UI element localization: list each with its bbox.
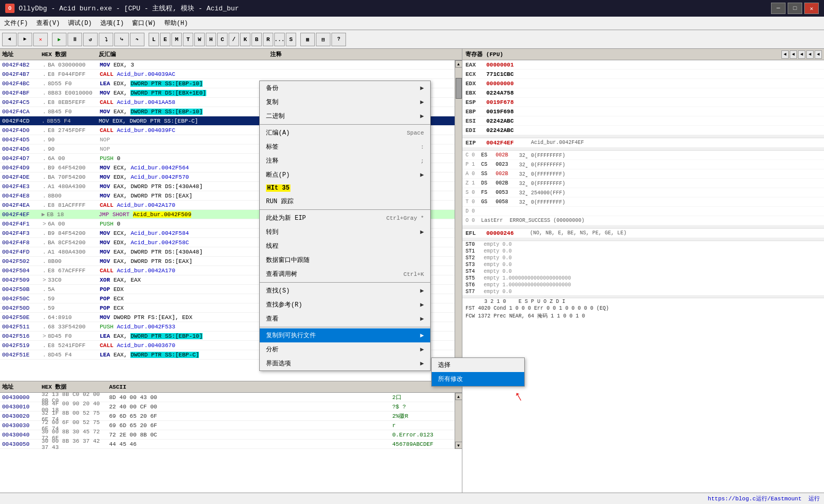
reg-eip-row[interactable]: EIP 0042F4EF Acid_bur.0042F4EF bbox=[462, 138, 824, 148]
status-bar: https://blog.c运行/Eastmount 运行 bbox=[0, 493, 824, 504]
reg-esp-row[interactable]: ESP 0019F678 bbox=[462, 98, 824, 107]
reg-nav-left4[interactable]: ◄ bbox=[806, 50, 814, 59]
reg-seg-s: S 0 FS 0053 32˷ 254000(FFF) bbox=[462, 188, 824, 197]
disasm-row[interactable]: 0042F4B2 . BA 03000000 MOV EDX, 3 bbox=[0, 60, 455, 70]
tb-W[interactable]: W bbox=[194, 33, 205, 46]
tb-dots[interactable]: ... bbox=[274, 33, 285, 46]
reg-ecx-row[interactable]: ECX 771C1CBC bbox=[462, 70, 824, 79]
ctx-copy[interactable]: 复制▶ bbox=[260, 95, 430, 109]
dump-scroll-up[interactable]: ▲ bbox=[455, 393, 462, 400]
tb-restart[interactable]: ↺ bbox=[83, 33, 98, 46]
dump-area: 地址 HEX 数据 ASCII 00430000 32 13 8B C0 02 … bbox=[0, 381, 462, 504]
ctx-run-trace[interactable]: RUN 跟踪 bbox=[260, 194, 430, 208]
status-text: https://blog.c运行/Eastmount bbox=[708, 495, 801, 502]
ctx-binary[interactable]: 二进制▶ bbox=[260, 109, 430, 123]
ctx-sep2 bbox=[260, 209, 430, 210]
ctx-comment[interactable]: 注释; bbox=[260, 154, 430, 168]
reg-eax-row[interactable]: EAX 00000001 bbox=[462, 60, 824, 70]
ctx-call-tree[interactable]: 查看调用树Ctrl+K bbox=[260, 267, 430, 281]
dump-row[interactable]: 00430050 30 00 8B 36 37 42 37 43 44 45 4… bbox=[0, 440, 455, 449]
tb-back[interactable]: ◄ bbox=[2, 33, 17, 46]
ctx-view[interactable]: 查看▶ bbox=[260, 312, 430, 326]
tb-grid2[interactable]: ▤ bbox=[316, 33, 330, 46]
tb-pause[interactable]: ⏸ bbox=[68, 33, 82, 46]
ctx-follow-data[interactable]: 数据窗口中跟随 bbox=[260, 253, 430, 267]
tb-stop[interactable]: ✕ bbox=[33, 33, 48, 46]
reg-ebp-row[interactable]: EBP 0019F698 bbox=[462, 107, 824, 116]
dump-scrollbar[interactable]: ▲ ▼ bbox=[455, 393, 462, 449]
ctx-ui-options[interactable]: 界面选项▶ bbox=[260, 356, 430, 370]
fcw-row: FCW 1372 Prec NEAR, 64 掩码 1 1 0 0 1 0 bbox=[462, 312, 824, 320]
tb-grid[interactable]: ▦ bbox=[300, 33, 315, 46]
ctx-new-eip[interactable]: 此处为新 EIPCtrl+Gray * bbox=[260, 211, 430, 225]
tb-step2[interactable]: ⤷ bbox=[114, 33, 129, 46]
reg-nav-left5[interactable]: ◄ bbox=[815, 50, 822, 59]
ctx-sep3 bbox=[260, 282, 430, 283]
menu-window[interactable]: 窗口(W) bbox=[128, 17, 160, 29]
menu-debug[interactable]: 调试(D) bbox=[64, 17, 96, 29]
tb-step3[interactable]: ↷ bbox=[130, 33, 144, 46]
ctx-goto[interactable]: 转到▶ bbox=[260, 225, 430, 239]
tb-E[interactable]: E bbox=[160, 33, 170, 46]
sub-select[interactable]: 选择 bbox=[432, 358, 524, 372]
ctx-hit-trace[interactable]: HIt 35 bbox=[260, 182, 430, 194]
col-header-disasm: 反汇编 bbox=[99, 50, 270, 58]
toolbar: ◄ ► ✕ ▶ ⏸ ↺ ⤵ ⤷ ↷ L E M T W H C / K B R … bbox=[0, 30, 824, 49]
reg-nav-left1[interactable]: ◄ bbox=[781, 50, 789, 59]
ctx-copy-to-exe[interactable]: 复制到可执行文件▶ bbox=[260, 328, 430, 342]
col-header-comment: 注释 bbox=[270, 50, 462, 58]
ctx-search[interactable]: 查找(S)▶ bbox=[260, 284, 430, 298]
tb-H[interactable]: H bbox=[206, 33, 216, 46]
tb-C[interactable]: C bbox=[217, 33, 228, 46]
scroll-thumb[interactable] bbox=[456, 78, 462, 99]
reg-seg-z: Z 1 DS 002B 32˷ 0(FFFFFFFF) bbox=[462, 179, 824, 188]
tb-T[interactable]: T bbox=[183, 33, 193, 46]
menu-file[interactable]: 文件(F) bbox=[0, 17, 32, 29]
tb-run[interactable]: ▶ bbox=[52, 33, 67, 46]
reg-nav-left2[interactable]: ◄ bbox=[790, 50, 797, 59]
tb-step[interactable]: ⤵ bbox=[99, 33, 113, 46]
dump-scroll-down[interactable]: ▼ bbox=[455, 442, 462, 449]
tb-B[interactable]: B bbox=[251, 33, 262, 46]
reg-efl-row[interactable]: EFL 00000246 (NO, NB, E, BE, NS, PE, GE,… bbox=[462, 229, 824, 238]
tb-L[interactable]: L bbox=[149, 33, 159, 46]
tb-slash[interactable]: / bbox=[229, 33, 239, 46]
tb-M[interactable]: M bbox=[171, 33, 182, 46]
ctx-assemble[interactable]: 汇编(A)Space bbox=[260, 126, 430, 140]
ctx-backup[interactable]: 备份▶ bbox=[260, 81, 430, 95]
maximize-button[interactable]: □ bbox=[788, 3, 802, 14]
ctx-analyze[interactable]: 分析▶ bbox=[260, 342, 430, 356]
menu-help[interactable]: 帮助(H) bbox=[160, 17, 192, 29]
ctx-label[interactable]: 标签: bbox=[260, 140, 430, 154]
scroll-up[interactable]: ▲ bbox=[455, 60, 462, 68]
reg-ebx-row[interactable]: EBX 0224A758 bbox=[462, 88, 824, 98]
tb-help[interactable]: ? bbox=[331, 33, 346, 46]
context-menu: 备份▶ 复制▶ 二进制▶ 汇编(A)Space 标签: 注释; 断点(P)▶ H… bbox=[259, 81, 431, 371]
tb-K[interactable]: K bbox=[240, 33, 250, 46]
reg-esi-row[interactable]: ESI 02242ABC bbox=[462, 116, 824, 126]
menu-view[interactable]: 查看(V) bbox=[32, 17, 64, 29]
menu-options[interactable]: 选项(I) bbox=[96, 17, 128, 29]
close-button[interactable]: ✕ bbox=[804, 3, 819, 14]
minimize-button[interactable]: ─ bbox=[771, 3, 786, 14]
fpu-flags: 3 2 1 0 E S P U O Z D I bbox=[462, 298, 824, 305]
run-button[interactable]: 运行 bbox=[808, 495, 820, 502]
ctx-sep1 bbox=[260, 124, 430, 125]
tb-S[interactable]: S bbox=[286, 33, 296, 46]
disasm-scrollbar[interactable]: ▲ ▼ bbox=[455, 60, 462, 381]
reg-st7: ST7empty 0.0 bbox=[462, 288, 824, 295]
tb-R[interactable]: R bbox=[263, 33, 273, 46]
ctx-search-ref[interactable]: 查找参考(R)▶ bbox=[260, 298, 430, 312]
tb-fwd[interactable]: ► bbox=[18, 33, 32, 46]
reg-seg-p: P 1 CS 0023 32˷ 0(FFFFFFFF) bbox=[462, 160, 824, 169]
ctx-breakpoint[interactable]: 断点(P)▶ bbox=[260, 168, 430, 182]
ctx-thread[interactable]: 线程 bbox=[260, 239, 430, 253]
reg-st3: ST3empty 0.0 bbox=[462, 261, 824, 268]
sub-all-changes[interactable]: 所有修改 bbox=[432, 372, 524, 386]
reg-edx-row[interactable]: EDX 00000000 bbox=[462, 79, 824, 88]
window-title: OllyDbg - Acid burn.exe - [CPU - 主线程, 模块… bbox=[19, 4, 239, 13]
disasm-row[interactable]: 0042F4B7 . E8 F044FDFF CALL Acid_bur.004… bbox=[0, 70, 455, 79]
reg-nav-left3[interactable]: ◄ bbox=[798, 50, 805, 59]
reg-edi-row[interactable]: EDI 02242ABC bbox=[462, 126, 824, 135]
reg-st5: ST5empty 1.00000000000000000000 bbox=[462, 275, 824, 282]
